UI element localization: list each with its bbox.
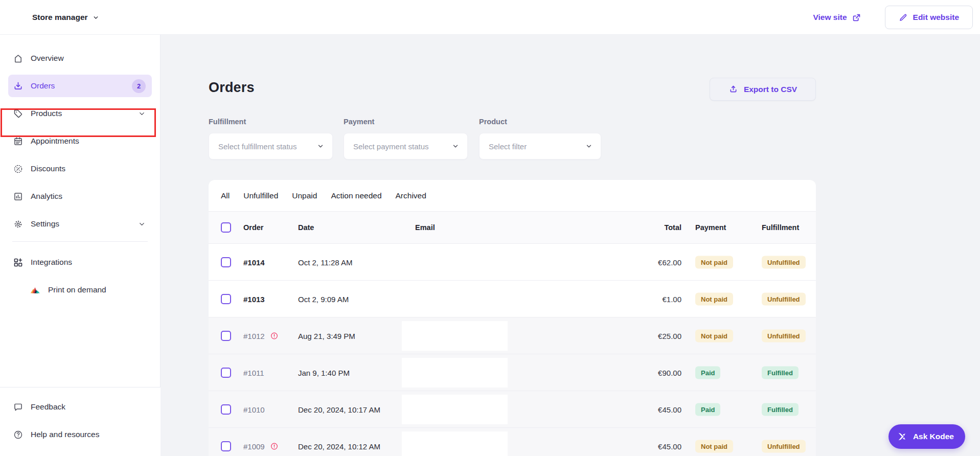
- tag-icon: [12, 108, 24, 119]
- sidebar-item-label: Integrations: [31, 258, 72, 267]
- kodee-logo-icon: [897, 431, 908, 442]
- sidebar-item-feedback[interactable]: Feedback: [8, 396, 152, 418]
- row-checkbox[interactable]: [221, 294, 231, 304]
- sidebar-item-label: Print on demand: [48, 285, 106, 294]
- calendar-icon: [12, 135, 24, 147]
- row-checkbox[interactable]: [221, 404, 231, 415]
- fulfillment-status-badge: Fulfilled: [762, 366, 799, 379]
- column-fulfillment: Fulfillment: [762, 223, 799, 232]
- select-placeholder: Select fulfillment status: [218, 142, 297, 151]
- filter-label: Payment: [344, 118, 468, 126]
- table-row[interactable]: #1011 Jan 9, 1:40 PM €90.00 Paid Fulfill…: [209, 354, 816, 391]
- fulfillment-status-badge: Unfulfilled: [762, 440, 806, 452]
- column-date: Date: [298, 223, 314, 232]
- fulfillment-status-badge: Unfulfilled: [762, 292, 806, 305]
- payment-status-select[interactable]: Select payment status: [344, 133, 468, 159]
- view-site-link[interactable]: View site: [813, 13, 861, 22]
- edit-website-label: Edit website: [913, 13, 959, 22]
- sidebar: Overview Orders 2 Products Appointmen: [0, 35, 161, 456]
- product-filter-select[interactable]: Select filter: [479, 133, 601, 159]
- chevron-down-icon: [93, 14, 99, 21]
- home-icon: [12, 53, 24, 64]
- sidebar-divider: [12, 241, 148, 242]
- row-checkbox[interactable]: [221, 331, 231, 341]
- export-csv-button[interactable]: Export to CSV: [710, 78, 816, 101]
- order-total: €45.00: [620, 405, 681, 414]
- order-number: #1010: [243, 405, 265, 414]
- tab-unfulfilled[interactable]: Unfulfilled: [243, 191, 278, 200]
- printful-logo-icon: [30, 284, 41, 295]
- ask-kodee-label: Ask Kodee: [913, 432, 954, 441]
- sidebar-item-integrations[interactable]: Integrations: [8, 251, 152, 273]
- order-total: €62.00: [620, 258, 681, 266]
- page-title: Orders: [209, 80, 255, 96]
- column-order: Order: [243, 223, 264, 232]
- filter-label: Product: [479, 118, 601, 126]
- sidebar-item-label: Products: [31, 109, 62, 118]
- row-checkbox[interactable]: [221, 368, 231, 378]
- sidebar-item-label: Analytics: [31, 192, 62, 201]
- upload-icon: [728, 84, 738, 94]
- order-number: #1011: [243, 368, 264, 377]
- discount-icon: [12, 163, 24, 174]
- topbar-actions: View site Edit website: [813, 0, 973, 35]
- table-row[interactable]: #1014 Oct 2, 11:28 AM €62.00 Not paid Un…: [209, 244, 816, 281]
- chevron-down-icon: [585, 143, 592, 150]
- pencil-icon: [899, 13, 908, 22]
- payment-status-badge: Paid: [695, 366, 720, 379]
- payment-status-badge: Not paid: [695, 256, 733, 268]
- orders-icon: [12, 80, 24, 92]
- help-icon: [12, 429, 24, 440]
- fulfillment-status-badge: Unfulfilled: [762, 329, 806, 342]
- order-date: Aug 21, 3:49 PM: [298, 331, 355, 340]
- row-checkbox[interactable]: [221, 257, 231, 267]
- select-all-checkbox[interactable]: [221, 222, 231, 233]
- sidebar-item-discounts[interactable]: Discounts: [8, 157, 152, 180]
- sidebar-item-appointments[interactable]: Appointments: [8, 130, 152, 152]
- tab-action-needed[interactable]: Action needed: [331, 191, 381, 200]
- order-number: #1014: [243, 258, 265, 266]
- edit-website-button[interactable]: Edit website: [885, 6, 973, 29]
- table-row[interactable]: #1009 Dec 20, 2024, 10:12 AM €45.00 Not …: [209, 428, 816, 456]
- table-body: #1014 Oct 2, 11:28 AM €62.00 Not paid Un…: [209, 244, 816, 456]
- column-payment: Payment: [695, 223, 726, 232]
- sidebar-item-label: Appointments: [31, 136, 79, 146]
- filter-fulfillment: Fulfillment Select fulfillment status: [209, 118, 333, 159]
- row-checkbox[interactable]: [221, 441, 231, 451]
- export-csv-label: Export to CSV: [744, 85, 797, 94]
- order-total: €25.00: [620, 331, 681, 340]
- fulfillment-status-select[interactable]: Select fulfillment status: [209, 133, 333, 159]
- main-content: Orders Export to CSV Fulfillment Select …: [161, 35, 980, 456]
- tab-unpaid[interactable]: Unpaid: [292, 191, 317, 200]
- external-link-icon: [852, 13, 861, 22]
- table-row[interactable]: #1010 Dec 20, 2024, 10:17 AM €45.00 Paid…: [209, 391, 816, 428]
- sidebar-nav: Overview Orders 2 Products Appointmen: [0, 35, 160, 301]
- sidebar-item-label: Orders: [31, 81, 55, 90]
- order-date: Dec 20, 2024, 10:12 AM: [298, 442, 380, 450]
- store-manager-dropdown[interactable]: Store manager: [32, 0, 99, 35]
- email-redaction-box: [402, 321, 508, 351]
- filter-product: Product Select filter: [479, 118, 601, 159]
- sidebar-item-settings[interactable]: Settings: [8, 213, 152, 235]
- sidebar-item-print-on-demand[interactable]: Print on demand: [8, 279, 152, 301]
- sidebar-item-help[interactable]: Help and resources: [8, 423, 152, 446]
- table-row[interactable]: #1013 Oct 2, 9:09 AM €1.00 Not paid Unfu…: [209, 281, 816, 317]
- sidebar-item-products[interactable]: Products: [8, 102, 152, 125]
- analytics-icon: [12, 191, 24, 202]
- store-manager-label: Store manager: [32, 13, 88, 22]
- order-number: #1009: [243, 442, 265, 450]
- payment-status-badge: Not paid: [695, 440, 733, 452]
- fulfillment-status-badge: Unfulfilled: [762, 256, 806, 268]
- sidebar-item-analytics[interactable]: Analytics: [8, 185, 152, 208]
- sidebar-item-orders[interactable]: Orders 2: [8, 75, 152, 97]
- sidebar-item-overview[interactable]: Overview: [8, 47, 152, 70]
- payment-status-badge: Not paid: [695, 329, 733, 342]
- table-header: Order Date Email Total Payment Fulfillme…: [209, 212, 816, 244]
- ask-kodee-button[interactable]: Ask Kodee: [888, 424, 965, 449]
- select-placeholder: Select filter: [489, 142, 527, 151]
- table-row[interactable]: #1012 Aug 21, 3:49 PM €25.00 Not paid Un…: [209, 317, 816, 354]
- tab-all[interactable]: All: [221, 191, 230, 200]
- filter-payment: Payment Select payment status: [344, 118, 468, 159]
- tab-archived[interactable]: Archived: [396, 191, 426, 200]
- filter-label: Fulfillment: [209, 118, 333, 126]
